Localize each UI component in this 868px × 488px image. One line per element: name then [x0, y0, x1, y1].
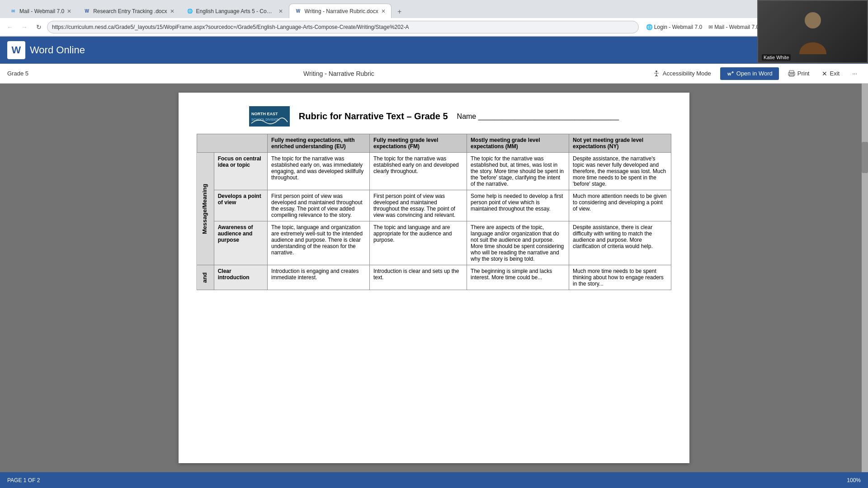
tab-ela-close[interactable]: ✕: [278, 8, 283, 14]
bookmark-mail-label: Mail - Webmail 7.0: [714, 24, 759, 30]
print-button[interactable]: Print: [784, 68, 813, 79]
open-in-word-button[interactable]: W Open in Word: [720, 67, 779, 80]
cell-audience-ny: Despite assistance, there is clear diffi…: [569, 221, 671, 265]
zoom-level: 100%: [847, 477, 861, 483]
open-word-icon: W: [726, 70, 734, 77]
bookmark-mail[interactable]: ✉ Mail - Webmail 7.0: [707, 23, 761, 31]
name-label: Name ___________________________________: [457, 113, 619, 121]
doc-actions: Accessibility Mode W Open in Word Print …: [649, 67, 861, 80]
bookmark-login[interactable]: 🌐 Login - Webmail 7.0: [644, 23, 704, 31]
video-feed: [758, 1, 867, 62]
header-mm: Mostly meeting grade level expectations …: [467, 134, 569, 153]
accessibility-label: Accessibility Mode: [663, 70, 711, 77]
address-bar[interactable]: [47, 21, 639, 33]
header-fm: Fully meeting grade level expectations (…: [369, 134, 467, 153]
category-and: and: [197, 265, 214, 290]
word-logo: W Word Online: [7, 41, 85, 59]
cell-pov-eu: First person point of view was developed…: [268, 190, 370, 221]
bookmark-login-icon: 🌐: [646, 24, 653, 30]
header-ny: Not yet meeting grade level expectations…: [569, 134, 671, 153]
tab-ela[interactable]: 🌐 English Language Arts 5 - Comp… ✕: [180, 4, 289, 18]
page-info: PAGE 1 OF 2: [7, 477, 40, 483]
cell-intro-ny: Much more time needs to be spent thinkin…: [569, 265, 671, 290]
word-tab-icon: W: [83, 8, 90, 15]
tab-bar: ✉ Mail - Webmail 7.0 ✕ W Research Entry …: [0, 0, 868, 18]
scrollbar-track[interactable]: [862, 84, 868, 472]
word-app-name: Word Online: [30, 44, 85, 56]
tab-mail-close[interactable]: ✕: [67, 8, 71, 14]
video-person-name: Katie White: [762, 54, 791, 61]
sublabel-pov: Develops a point of view: [214, 190, 267, 221]
more-icon: ···: [852, 70, 857, 77]
word-toolbar: W Word Online: [0, 37, 868, 64]
video-overlay: Katie White: [757, 0, 868, 63]
doc-header: Grade 5 Writing - Narrative Rubric Acces…: [0, 64, 868, 84]
more-button[interactable]: ···: [849, 68, 861, 79]
sublabel-focus: Focus on central idea or topic: [214, 153, 267, 190]
scrollbar-thumb[interactable]: [862, 142, 868, 173]
forward-button[interactable]: →: [18, 21, 31, 33]
tab-word-label: Research Entry Tracking .docx: [93, 8, 167, 14]
bookmark-mail-icon: ✉: [708, 24, 713, 30]
svg-point-6: [793, 73, 794, 74]
exit-x-icon: ✕: [822, 70, 827, 77]
nav-bar: ← → ↻ 🌐 Login - Webmail 7.0 ✉ Mail - Web…: [0, 18, 868, 36]
tab-word[interactable]: W Research Entry Tracking .docx ✕: [77, 4, 180, 18]
nesd-logo: NORTH EAST SCHOOL DIVISION: [249, 106, 290, 127]
doc-grade: Grade 5: [7, 70, 28, 77]
cell-focus-mm: The topic for the narrative was establis…: [467, 153, 569, 190]
table-row: Develops a point of view First person po…: [197, 190, 671, 221]
svg-text:NORTH EAST: NORTH EAST: [251, 112, 278, 116]
accessibility-button[interactable]: Accessibility Mode: [649, 68, 715, 79]
tab-mail-label: Mail - Webmail 7.0: [19, 8, 64, 14]
svg-text:W: W: [727, 72, 731, 76]
cell-focus-ny: Despite assistance, the narrative's topi…: [569, 153, 671, 190]
rubric-title-row: NORTH EAST SCHOOL DIVISION Rubric for Na…: [197, 106, 671, 127]
open-word-label: Open in Word: [736, 70, 773, 77]
cell-pov-ny: Much more attention needs to be given to…: [569, 190, 671, 221]
tab-ela-label: English Language Arts 5 - Comp…: [196, 8, 276, 14]
cell-pov-fm: First person point of view was developed…: [369, 190, 467, 221]
refresh-button[interactable]: ↻: [33, 21, 45, 33]
doc-title: Writing - Narrative Rubric: [28, 70, 649, 77]
sublabel-intro: Clear introduction: [214, 265, 267, 290]
tab-writing[interactable]: W Writing - Narrative Rubric.docx ✕: [289, 4, 392, 18]
tab-writing-close[interactable]: ✕: [381, 8, 386, 14]
header-empty: [197, 134, 268, 153]
tab-mail[interactable]: ✉ Mail - Webmail 7.0 ✕: [4, 4, 77, 18]
new-tab-button[interactable]: +: [393, 5, 406, 18]
svg-rect-3: [789, 70, 794, 73]
exit-button[interactable]: ✕ Exit: [818, 68, 843, 79]
table-row: Awareness of audience and purpose The to…: [197, 221, 671, 265]
tab-word-close[interactable]: ✕: [170, 8, 175, 14]
ela-tab-icon: 🌐: [186, 8, 193, 15]
table-row: Message/Meaning Focus on central idea or…: [197, 153, 671, 190]
print-icon: [788, 70, 795, 77]
doc-area: NORTH EAST SCHOOL DIVISION Rubric for Na…: [0, 84, 868, 472]
word-logo-icon: W: [7, 41, 25, 59]
cell-audience-eu: The topic, language and organization are…: [268, 221, 370, 265]
bookmark-login-label: Login - Webmail 7.0: [654, 24, 703, 30]
sublabel-audience: Awareness of audience and purpose: [214, 221, 267, 265]
cell-intro-mm: The beginning is simple and lacks intere…: [467, 265, 569, 290]
svg-point-10: [805, 12, 821, 28]
back-button[interactable]: ←: [4, 21, 16, 33]
print-label: Print: [797, 70, 810, 77]
cell-audience-fm: The topic and language and are appropria…: [369, 221, 467, 265]
rubric-title: Rubric for Narrative Text – Grade 5: [299, 111, 448, 122]
header-eu: Fully meeting expectations, with enriche…: [268, 134, 370, 153]
rubric-table: Fully meeting expectations, with enriche…: [197, 134, 671, 290]
person-silhouette: [795, 9, 831, 54]
cell-focus-fm: The topic for the narrative was establis…: [369, 153, 467, 190]
cell-intro-fm: Introduction is clear and sets up the te…: [369, 265, 467, 290]
writing-tab-icon: W: [295, 8, 302, 15]
svg-point-0: [656, 70, 657, 72]
category-label: Message/Meaning: [197, 153, 214, 265]
browser-chrome: ✉ Mail - Webmail 7.0 ✕ W Research Entry …: [0, 0, 868, 37]
exit-label: Exit: [830, 70, 840, 77]
tab-writing-label: Writing - Narrative Rubric.docx: [305, 8, 378, 14]
doc-page: NORTH EAST SCHOOL DIVISION Rubric for Na…: [179, 93, 689, 463]
cell-intro-eu: Introduction is engaging and creates imm…: [268, 265, 370, 290]
cell-pov-mm: Some help is needed to develop a first p…: [467, 190, 569, 221]
status-bar: PAGE 1 OF 2 100%: [0, 472, 868, 488]
